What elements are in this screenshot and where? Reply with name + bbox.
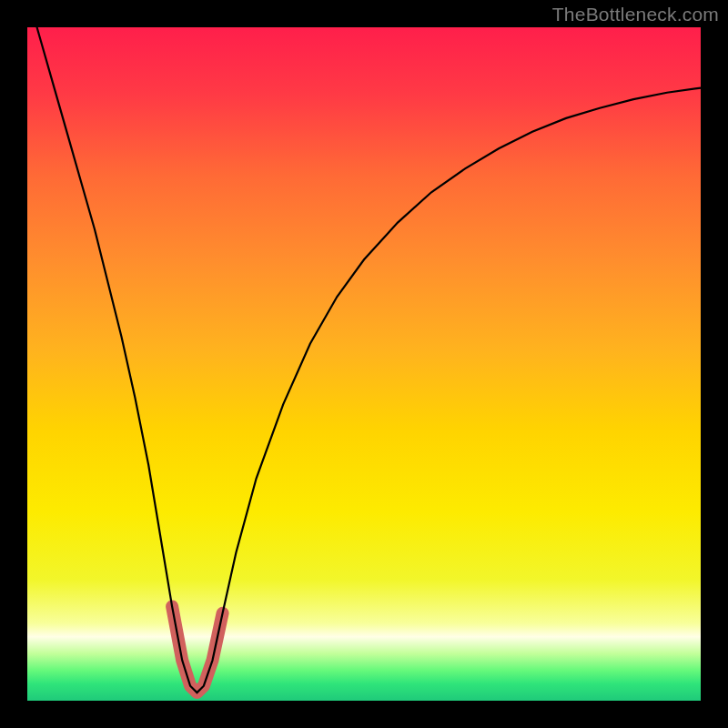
bottleneck-chart	[0, 0, 728, 728]
chart-frame: { "watermark": "TheBottleneck.com", "cha…	[0, 0, 728, 728]
watermark-text: TheBottleneck.com	[552, 4, 719, 25]
